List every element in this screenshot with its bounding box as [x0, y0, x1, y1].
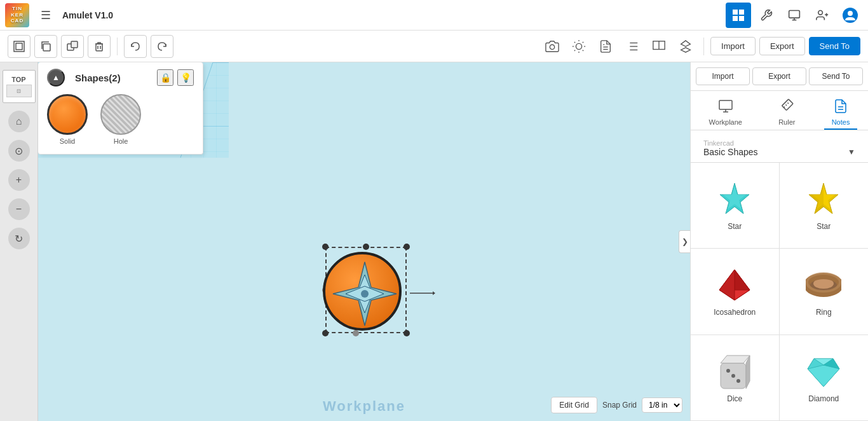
- mirror-button[interactable]: [674, 35, 697, 58]
- grid-view-icon[interactable]: [726, 3, 751, 28]
- shape-item-star-cyan[interactable]: Star: [691, 163, 780, 249]
- svg-rect-3: [739, 16, 744, 21]
- import-right-button[interactable]: Import: [696, 67, 750, 85]
- nav-icons: [726, 3, 863, 28]
- toolbar: Import Export Send To: [0, 31, 868, 62]
- zoom-out-button[interactable]: −: [8, 198, 30, 220]
- solid-circle: [47, 94, 88, 135]
- undo-button[interactable]: [124, 35, 147, 58]
- hole-label: Hole: [114, 137, 128, 145]
- redo-button[interactable]: [151, 35, 173, 58]
- visibility-button[interactable]: 💡: [177, 69, 194, 86]
- amulet-visual: [318, 247, 413, 342]
- view-cube[interactable]: TOP ⊡: [3, 70, 36, 103]
- svg-marker-70: [721, 355, 750, 363]
- snap-grid-label: Snap Grid: [602, 401, 637, 410]
- svg-line-25: [583, 50, 583, 50]
- solid-label: Solid: [60, 137, 75, 145]
- amulet-star-svg: [327, 256, 403, 332]
- left-sidebar: TOP ⊡ ⌂ ⊙ + − ↻: [0, 62, 38, 421]
- svg-marker-63: [719, 270, 735, 300]
- svg-rect-17: [96, 44, 102, 51]
- amulet-circle: [323, 252, 402, 331]
- edit-grid-button[interactable]: Edit Grid: [551, 397, 597, 413]
- svg-rect-2: [733, 16, 738, 21]
- library-section: Tinkercad Basic Shapes ▼: [697, 135, 862, 157]
- dice-shape: [715, 352, 754, 390]
- hole-shape-item[interactable]: Hole: [100, 94, 141, 145]
- workplane-tab[interactable]: Workplane: [702, 96, 750, 130]
- frame-button[interactable]: [8, 35, 31, 58]
- notes-toolbar-button[interactable]: [594, 35, 617, 58]
- shape-item-star-gold[interactable]: Star: [780, 163, 869, 249]
- svg-point-7: [818, 10, 823, 15]
- ring-label: Ring: [816, 308, 832, 317]
- send-to-right-button[interactable]: Send To: [809, 67, 863, 85]
- svg-rect-4: [789, 10, 800, 18]
- amulet-object[interactable]: [318, 247, 413, 342]
- shape-item-diamond[interactable]: Diamond: [780, 335, 869, 421]
- send-to-button[interactable]: Send To: [809, 37, 860, 55]
- svg-point-49: [361, 290, 369, 298]
- group-align-button[interactable]: [648, 35, 670, 58]
- hamburger-menu[interactable]: ☰: [34, 4, 57, 27]
- star-cyan-shape: [715, 180, 754, 218]
- ruler-tab[interactable]: Ruler: [771, 96, 803, 130]
- duplicate-button[interactable]: [61, 35, 84, 58]
- svg-point-21: [576, 43, 582, 49]
- library-header: Tinkercad Basic Shapes ▼: [691, 130, 868, 163]
- canvas-area[interactable]: Workplane ▲ Shapes(2) 🔒 💡 Solid Hole: [38, 62, 690, 421]
- right-action-bar: Import Export Send To: [691, 62, 868, 91]
- shape-item-icosahedron[interactable]: Icosahedron: [691, 249, 780, 335]
- ruler-tab-icon: [779, 99, 794, 117]
- star-gold-shape: [804, 180, 843, 218]
- provider-label: Tinkercad: [703, 139, 855, 147]
- panel-toggle-button[interactable]: ❯: [679, 230, 690, 253]
- notes-tab[interactable]: Notes: [824, 96, 858, 130]
- tools-icon[interactable]: [754, 3, 779, 28]
- dice-label: Dice: [727, 394, 742, 403]
- copy-button[interactable]: [34, 35, 57, 58]
- svg-line-28: [574, 50, 575, 50]
- workplane-label: Workplane: [323, 398, 405, 415]
- shape-item-ring[interactable]: Ring: [780, 249, 869, 335]
- logo[interactable]: TINKERCAD: [5, 3, 29, 27]
- zoom-fit-button[interactable]: ⊙: [8, 140, 30, 162]
- workplane-tab-label: Workplane: [709, 118, 742, 126]
- import-button[interactable]: Import: [710, 37, 756, 55]
- export-button[interactable]: Export: [759, 37, 805, 55]
- svg-marker-59: [809, 183, 824, 214]
- collapse-shapes-button[interactable]: ▲: [47, 69, 65, 86]
- svg-marker-45: [433, 291, 435, 295]
- library-name: Basic Shapes: [703, 147, 758, 157]
- gallery-icon[interactable]: [782, 3, 807, 28]
- align-button[interactable]: [621, 35, 644, 58]
- toolbar-separator-2: [703, 38, 704, 55]
- profile-icon[interactable]: [837, 3, 863, 28]
- svg-rect-14: [43, 44, 50, 51]
- ring-shape: [804, 266, 843, 304]
- workplane-tab-icon: [718, 99, 733, 117]
- shape-item-dice[interactable]: Dice: [691, 335, 780, 421]
- zoom-in-button[interactable]: +: [8, 169, 30, 191]
- camera-view-button[interactable]: [541, 35, 564, 58]
- solid-shape-item[interactable]: Solid: [47, 94, 88, 145]
- svg-rect-0: [733, 10, 738, 15]
- library-dropdown[interactable]: Basic Shapes ▼: [703, 147, 855, 157]
- rotate-button[interactable]: ↻: [8, 228, 30, 249]
- svg-rect-50: [719, 100, 732, 109]
- snap-grid-select[interactable]: 1/8 in 1/4 in 1/2 in 1 in: [642, 397, 682, 413]
- add-user-icon[interactable]: [810, 3, 835, 28]
- lock-shapes-button[interactable]: 🔒: [157, 69, 173, 86]
- light-button[interactable]: [567, 35, 590, 58]
- shapes-panel-header: ▲ Shapes(2) 🔒 💡: [47, 69, 194, 86]
- view-preview: ⊡: [6, 85, 32, 97]
- delete-button[interactable]: [88, 35, 111, 58]
- shapes-grid: Star Star: [691, 163, 868, 421]
- export-right-button[interactable]: Export: [752, 67, 806, 85]
- app-title: Amulet V1.0: [62, 10, 721, 20]
- panel-toggle-icon: ❯: [682, 237, 688, 246]
- svg-point-72: [726, 369, 730, 373]
- star-cyan-label: Star: [728, 222, 742, 231]
- home-view-button[interactable]: ⌂: [8, 111, 30, 132]
